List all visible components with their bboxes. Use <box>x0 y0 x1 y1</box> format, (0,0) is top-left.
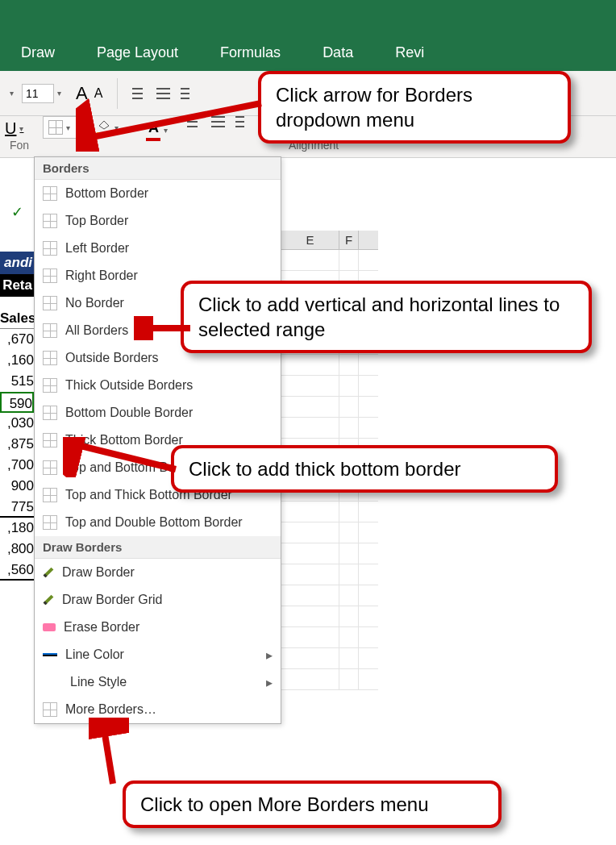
underline-button[interactable]: U ▾ <box>0 116 36 141</box>
data-cell[interactable]: 900 <box>0 476 34 497</box>
column-headers: E F <box>281 231 378 250</box>
svg-line-2 <box>71 443 176 469</box>
confirm-check-icon[interactable]: ✓ <box>11 203 23 221</box>
borders-icon <box>48 120 63 135</box>
borders-dropdown-arrow[interactable]: ▾ <box>66 123 70 132</box>
dd-line-color[interactable]: Line Color▸ <box>35 641 281 668</box>
data-cell[interactable]: ,160 <box>0 350 34 371</box>
cell-header-2[interactable]: Reta <box>0 274 34 297</box>
dd-bottom-border[interactable]: Bottom Border <box>35 180 281 207</box>
data-cell[interactable]: ,030 <box>0 413 34 434</box>
tab-page-layout[interactable]: Page Layout <box>76 44 199 61</box>
dd-thick-outside-borders[interactable]: Thick Outside Borders <box>35 372 281 399</box>
font-family-dropdown[interactable]: ▾ <box>10 89 14 98</box>
dd-draw-border[interactable]: Draw Border <box>35 559 281 586</box>
dd-erase-border[interactable]: Erase Border <box>35 614 281 641</box>
dd-section-draw-borders: Draw Borders <box>35 536 281 559</box>
annotation-2: Click to add vertical and horizontal lin… <box>181 281 592 353</box>
dd-draw-border-grid[interactable]: Draw Border Grid <box>35 586 281 614</box>
underline-label: U <box>5 119 16 138</box>
tab-data[interactable]: Data <box>302 44 374 61</box>
chevron-right-icon: ▸ <box>266 675 273 690</box>
cell-sales-header[interactable]: Sales <box>0 308 34 329</box>
column-header-e[interactable]: E <box>281 231 339 249</box>
underline-dropdown[interactable]: ▾ <box>19 124 23 133</box>
svg-line-0 <box>84 103 261 139</box>
dd-section-borders: Borders <box>35 157 281 180</box>
data-cell[interactable]: 775 <box>0 497 34 518</box>
font-size-dropdown[interactable]: ▾ <box>57 89 61 98</box>
dd-left-border[interactable]: Left Border <box>35 235 281 262</box>
annotation-1: Click arrow for Borders dropdown menu <box>258 71 571 144</box>
dd-bottom-double-border[interactable]: Bottom Double Border <box>35 399 281 427</box>
tab-draw[interactable]: Draw <box>0 44 76 61</box>
data-cell[interactable]: ,700 <box>0 455 34 476</box>
dd-line-style[interactable]: Line Style▸ <box>35 668 281 696</box>
dd-top-and-double-bottom-border[interactable]: Top and Double Bottom Border <box>35 509 281 536</box>
svg-line-3 <box>103 724 113 784</box>
data-cell[interactable]: ,800 <box>0 539 34 560</box>
formula-bar: ✓ <box>0 200 34 224</box>
group-label-font: Fon <box>10 139 29 152</box>
data-cell[interactable]: 515 <box>0 371 34 392</box>
annotation-arrow-icon <box>89 718 129 790</box>
data-cell[interactable]: ,875 <box>0 434 34 455</box>
chevron-right-icon: ▸ <box>266 647 273 663</box>
cell-header-1[interactable]: andi <box>0 252 34 274</box>
font-size-input[interactable]: 11 <box>22 84 54 103</box>
data-cell-selected[interactable]: 590 <box>0 392 34 413</box>
annotation-arrow-icon <box>63 437 184 477</box>
data-cell[interactable]: ,560 <box>0 560 34 581</box>
data-cell[interactable]: ,670 <box>0 329 34 350</box>
annotation-arrow-icon <box>76 95 269 152</box>
ribbon-tabs: Draw Page Layout Formulas Data Revi <box>0 0 616 71</box>
data-cell[interactable]: ,180 <box>0 518 34 539</box>
tab-review[interactable]: Revi <box>374 44 445 61</box>
annotation-arrow-icon <box>134 316 198 340</box>
tab-formulas[interactable]: Formulas <box>199 44 302 61</box>
annotation-3: Click to add thick bottom border <box>171 445 558 493</box>
annotation-4: Click to open More Borders menu <box>123 780 502 828</box>
column-header-f[interactable]: F <box>339 231 359 249</box>
dd-top-border[interactable]: Top Border <box>35 207 281 235</box>
dd-more-borders[interactable]: More Borders… <box>35 696 281 723</box>
